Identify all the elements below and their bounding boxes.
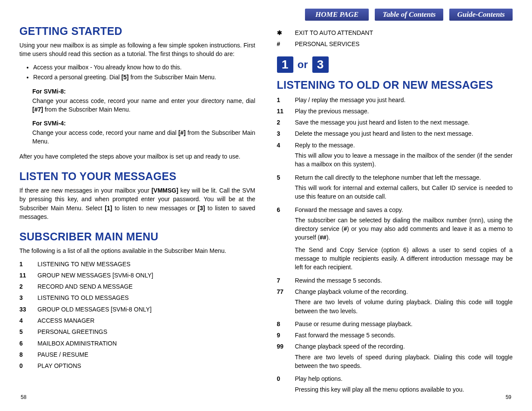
menu-text: Pause or resume during message playback. <box>295 320 513 328</box>
menu-key: 5 <box>19 327 37 336</box>
key-or-text: or <box>298 59 308 71</box>
menu-row: 8PAUSE / RESUME <box>19 350 255 359</box>
menu-text: Forward the message and saves a copy. <box>295 206 513 214</box>
bullet-item: Record a personal greeting. Dial [5] fro… <box>33 73 255 82</box>
menu-note: There are two levels of speed during pla… <box>295 353 513 371</box>
menu-row: 5Return the call directly to the telepho… <box>277 173 513 182</box>
menu-row: #PERSONAL SERVICES <box>277 40 513 48</box>
menu-note: The subscriber can be selected by dialin… <box>295 216 513 242</box>
menu-text: MAILBOX ADMINISTRATION <box>37 339 255 348</box>
menu-key: 7 <box>277 276 295 285</box>
menu-text: GROUP OLD MESSAGES [SVMi-8 ONLY] <box>37 305 255 314</box>
heading-main-menu: SUBSCRIBER MAIN MENU <box>19 230 255 243</box>
menu-row: 4Reply to the message. <box>277 141 513 149</box>
menu-note: There are two levels of volume during pl… <box>295 298 513 315</box>
key-indicator: 1 or 3 <box>277 56 513 73</box>
menu-key: 0 <box>277 374 295 383</box>
menu-row: 0Play help options. <box>277 374 513 383</box>
menu-key: # <box>277 40 295 48</box>
menu-row: 1Play / replay the message you just hear… <box>277 96 513 104</box>
menu-text: Save the message you just heard and list… <box>295 118 513 127</box>
menu-text: Play / replay the message you just heard… <box>295 96 513 104</box>
bullet-item: Access your mailbox - You already know h… <box>33 63 255 72</box>
page-number-right: 59 <box>506 394 511 400</box>
menu-text: PERSONAL SERVICES <box>295 40 513 48</box>
menu-row: 4ACCESS MANAGER <box>19 316 255 325</box>
menu-row: 1LISTENING TO NEW MESSAGES <box>19 260 255 268</box>
heading-listening-old-new: LISTENING TO OLD OR NEW MESSAGES <box>277 79 513 91</box>
menu-key: 5 <box>277 173 295 182</box>
menu-text: RECORD AND SEND A MESSAGE <box>37 282 255 291</box>
menu-key: 11 <box>277 107 295 115</box>
menu-key: 3 <box>277 129 295 138</box>
menu-row: 11Play the previous message. <box>277 107 513 115</box>
menu-text: GROUP NEW MESSAGES [SVMi-8 ONLY] <box>37 271 255 280</box>
svmi8-block: For SVMi-8: Change your access code, rec… <box>32 88 255 114</box>
menu-row: 9Fast forward the message 5 seconds. <box>277 331 513 339</box>
menu-key: 8 <box>19 350 37 359</box>
page-number-left: 58 <box>21 394 26 400</box>
key-box-1: 1 <box>277 56 293 73</box>
menu-text: ACCESS MANAGER <box>37 316 255 325</box>
intro-bullets: Access your mailbox - You already know h… <box>33 63 255 82</box>
menu-row: 5PERSONAL GREETINGS <box>19 327 255 336</box>
main-menu-list: 1LISTENING TO NEW MESSAGES11GROUP NEW ME… <box>19 260 255 371</box>
nav-toc-tab[interactable]: Table of Contents <box>375 9 443 21</box>
menu-text: Change playback volume of the recording. <box>295 287 513 296</box>
menu-text: PAUSE / RESUME <box>37 350 255 359</box>
menu-text: PLAY OPTIONS <box>37 361 255 370</box>
menu-row: 3Delete the message you just heard and l… <box>277 129 513 138</box>
menu-row: 8Pause or resume during message playback… <box>277 320 513 328</box>
menu-row: 3LISTENING TO OLD MESSAGES <box>19 293 255 302</box>
nav-home-tab[interactable]: HOME PAGE <box>305 9 369 21</box>
mainmenu-paragraph: The following is a list of all the optio… <box>19 246 255 255</box>
menu-row: 2RECORD AND SEND A MESSAGE <box>19 282 255 291</box>
menu-text: EXIT TO AUTO ATTENDANT <box>295 28 513 37</box>
menu-row: 11GROUP NEW MESSAGES [SVMi-8 ONLY] <box>19 271 255 280</box>
menu-text: LISTENING TO NEW MESSAGES <box>37 260 255 268</box>
menu-row: 6Forward the message and saves a copy. <box>277 206 513 214</box>
heading-listen: LISTEN TO YOUR MESSAGES <box>19 170 255 183</box>
menu-text: PERSONAL GREETINGS <box>37 327 255 336</box>
menu-key: 4 <box>19 316 37 325</box>
menu-note: This will work for internal and external… <box>295 184 513 201</box>
menu-text: Delete the message you just heard and li… <box>295 129 513 138</box>
menu-note: The Send and Copy Service (option 6) all… <box>295 246 513 272</box>
menu-key: 9 <box>277 331 295 339</box>
heading-getting-started: GETTING STARTED <box>19 25 255 37</box>
after-paragraph: After you have completed the steps above… <box>19 152 255 161</box>
menu-text: Reply to the message. <box>295 141 513 149</box>
listening-options-list: 1Play / replay the message you just hear… <box>277 96 513 394</box>
menu-text: Fast forward the message 5 seconds. <box>295 331 513 339</box>
left-page: GETTING STARTED Using your new mailbox i… <box>19 9 255 398</box>
menu-key: 6 <box>277 206 295 214</box>
menu-row: 0PLAY OPTIONS <box>19 361 255 370</box>
menu-key: 99 <box>277 342 295 351</box>
menu-row: 7Rewind the message 5 seconds. <box>277 276 513 285</box>
menu-row: 77Change playback volume of the recordin… <box>277 287 513 296</box>
menu-text: Return the call directly to the telephon… <box>295 173 513 182</box>
menu-key: 3 <box>19 293 37 302</box>
menu-row: 6MAILBOX ADMINISTRATION <box>19 339 255 348</box>
menu-text: Play help options. <box>295 374 513 383</box>
menu-row: 2Save the message you just heard and lis… <box>277 118 513 127</box>
nav-tabs: HOME PAGE Table of Contents Guide-Conten… <box>277 9 513 21</box>
menu-key: 1 <box>277 96 295 104</box>
menu-key: 77 <box>277 287 295 296</box>
key-box-3: 3 <box>312 56 329 73</box>
menu-key: 4 <box>277 141 295 149</box>
menu-key: 11 <box>19 271 37 280</box>
intro-paragraph: Using your new mailbox is as simple as f… <box>19 41 255 59</box>
menu-key: 33 <box>19 305 37 314</box>
nav-guide-tab[interactable]: Guide-Contents <box>449 9 513 21</box>
menu-text: Rewind the message 5 seconds. <box>295 276 513 285</box>
menu-text: Change playback speed of the recording. <box>295 342 513 351</box>
svmi8-heading: For SVMi-8: <box>32 88 255 95</box>
svmi8-text: Change your access code, record your nam… <box>32 97 255 114</box>
menu-key: 6 <box>19 339 37 348</box>
menu-key: 2 <box>277 118 295 127</box>
top-options-list: ✱EXIT TO AUTO ATTENDANT#PERSONAL SERVICE… <box>277 28 513 49</box>
menu-key: ✱ <box>277 28 295 37</box>
menu-key: 8 <box>277 320 295 328</box>
menu-key: 1 <box>19 260 37 268</box>
